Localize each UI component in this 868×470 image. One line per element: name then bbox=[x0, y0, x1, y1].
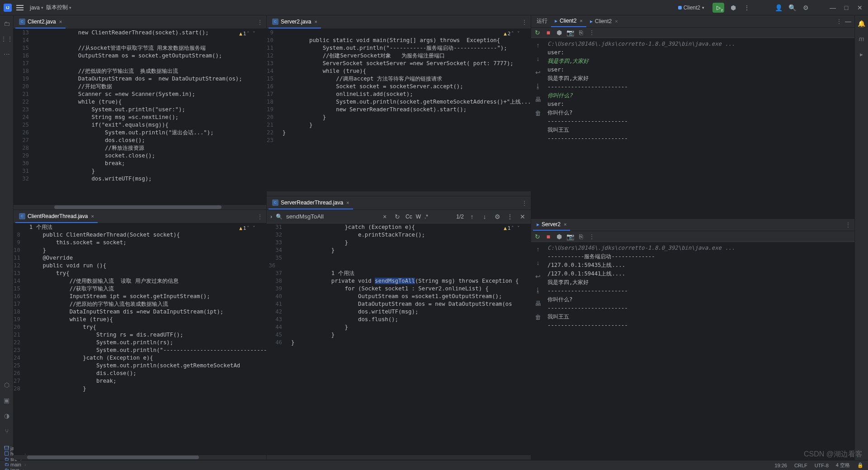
run-config-selector[interactable]: Client2▾ bbox=[675, 4, 708, 12]
editor-client2[interactable]: 13 14 15 16 17 18 19 20 21 22 23 24 25 2… bbox=[14, 29, 266, 205]
run-more-icon[interactable]: ⋮ bbox=[587, 233, 596, 240]
maven-icon[interactable]: m bbox=[857, 34, 866, 43]
hamburger-menu[interactable] bbox=[16, 5, 24, 10]
structure-tool-icon[interactable]: ⋮⋮ bbox=[2, 34, 11, 43]
titlebar: IJ java 版本控制 Client2▾ ▷2 ⬢ ⋮ 👤 🔍 ⚙ — □ ✕ bbox=[0, 0, 868, 15]
find-input[interactable] bbox=[286, 213, 377, 220]
services-icon[interactable]: ⬡ bbox=[2, 380, 11, 389]
editor-server2[interactable]: 9 10 11 12 13 14 15 16 17 18 19 20 21 22… bbox=[267, 29, 531, 191]
search-icon: 🔍 bbox=[276, 214, 283, 220]
run-more-icon[interactable]: ⋮ bbox=[587, 29, 596, 36]
left-toolbar: 🗀 ⋮⋮ ⋯ ⬡ ▣ ◑ ⑂ ▭ bbox=[0, 15, 14, 460]
line-separator[interactable]: CRLF bbox=[794, 463, 807, 468]
rerun-icon[interactable]: ↻ bbox=[533, 232, 542, 241]
settings-icon[interactable]: ⚙ bbox=[801, 3, 810, 12]
close-tab-icon[interactable]: × bbox=[91, 214, 94, 219]
tab-server2[interactable]: CServer2.java× bbox=[269, 15, 321, 28]
rerun-icon[interactable]: ↻ bbox=[533, 28, 542, 37]
find-close-icon[interactable]: ✕ bbox=[518, 212, 527, 221]
find-toggle-word[interactable]: W bbox=[416, 214, 421, 220]
problems-icon[interactable]: ◑ bbox=[2, 411, 11, 420]
stop-icon[interactable]: ■ bbox=[544, 232, 553, 241]
run-console-1[interactable]: C:\Users\20146\.jdks\corretto-1.8.0_392\… bbox=[545, 38, 854, 218]
indent-status[interactable]: 4 空格 bbox=[836, 462, 850, 469]
find-toggle-regex[interactable]: .* bbox=[425, 214, 428, 220]
close-tab-icon[interactable]: × bbox=[346, 200, 349, 205]
find-bar: › 🔍 × ↻ Cc W .* 1/2 ↑ ↓ ⚙ ⋮ ✕ bbox=[267, 210, 531, 223]
project-tool-icon[interactable]: 🗀 bbox=[2, 19, 11, 28]
tab-serverreader[interactable]: CServerReaderThread.java× bbox=[269, 196, 353, 209]
find-history-icon[interactable]: ↻ bbox=[393, 212, 402, 221]
soft-wrap-icon[interactable]: ↩ bbox=[533, 68, 542, 77]
debug-attach-icon[interactable]: ⬢ bbox=[555, 232, 564, 241]
find-prev-icon[interactable]: ↑ bbox=[467, 212, 476, 221]
find-clear-icon[interactable]: × bbox=[380, 212, 389, 221]
caret-position[interactable]: 19:26 bbox=[774, 463, 787, 468]
down-icon[interactable]: ↓ bbox=[533, 258, 542, 267]
status-bar: 🞎 java🞎 hello🗀 src🗀 main🗀 javaⒸ ClientRe… bbox=[0, 460, 868, 470]
run-tab-2[interactable]: ▸Client2× bbox=[586, 15, 622, 27]
dump-icon[interactable]: 📷 bbox=[566, 232, 575, 241]
vcs-menu[interactable]: 版本控制 bbox=[46, 4, 71, 11]
breadcrumb-item[interactable]: 🗀 main bbox=[5, 462, 60, 467]
more-tool-icon[interactable]: ⋯ bbox=[2, 50, 11, 59]
scroll-end-icon[interactable]: ⭳ bbox=[533, 285, 542, 294]
window-maximize[interactable]: □ bbox=[842, 3, 851, 12]
breadcrumb-item[interactable]: 🗀 java bbox=[5, 467, 60, 470]
run-menu-icon[interactable]: ⋮ bbox=[835, 18, 844, 24]
find-expand-icon[interactable]: › bbox=[270, 214, 272, 220]
file-encoding[interactable]: UTF-8 bbox=[815, 463, 829, 468]
terminal-icon[interactable]: ▣ bbox=[2, 396, 11, 405]
editor-menu-icon[interactable]: ⋮ bbox=[255, 19, 264, 25]
tab-client2[interactable]: CClient2.java× bbox=[15, 15, 66, 28]
exit-icon[interactable]: ⎘ bbox=[576, 232, 585, 241]
editor-serverreader[interactable]: 31 32 33 34 35 36 37 38 39 40 41 42 43 4… bbox=[267, 223, 531, 455]
window-close[interactable]: ✕ bbox=[855, 3, 864, 12]
soft-wrap-icon[interactable]: ↩ bbox=[533, 272, 542, 281]
find-filter-icon[interactable]: ⚙ bbox=[493, 212, 502, 221]
find-count: 1/2 bbox=[456, 214, 464, 220]
code-with-me-icon[interactable]: 👤 bbox=[774, 3, 783, 12]
vcs-icon[interactable]: ⑂ bbox=[2, 427, 11, 436]
editor-clientreader[interactable]: 8 9 10 11 12 13 14 15 16 17 18 19 20 21 … bbox=[14, 223, 266, 455]
find-more-icon[interactable]: ⋮ bbox=[505, 212, 514, 221]
stop-icon[interactable]: ■ bbox=[544, 28, 553, 37]
app-logo: IJ bbox=[4, 4, 12, 12]
more-actions[interactable]: ⋮ bbox=[742, 3, 751, 12]
gradle-icon[interactable]: ▸ bbox=[857, 50, 866, 59]
editor-menu-icon[interactable]: ⋮ bbox=[255, 214, 264, 220]
clear-icon[interactable]: 🗑 bbox=[533, 313, 542, 322]
find-toggle-case[interactable]: Cc bbox=[406, 214, 412, 220]
right-toolbar: 🔔 m ▸ bbox=[854, 15, 868, 460]
run-tab-1[interactable]: ▸Client2× bbox=[551, 15, 586, 27]
tab-clientreader[interactable]: CClientReaderThread.java× bbox=[15, 210, 98, 223]
exit-icon[interactable]: ⎘ bbox=[576, 28, 585, 37]
debug-attach-icon[interactable]: ⬢ bbox=[555, 28, 564, 37]
dump-icon[interactable]: 📷 bbox=[566, 28, 575, 37]
print-icon[interactable]: 🖶 bbox=[533, 299, 542, 308]
down-icon[interactable]: ↓ bbox=[533, 54, 542, 63]
close-tab-icon[interactable]: × bbox=[59, 19, 62, 24]
debug-button[interactable]: ⬢ bbox=[729, 3, 738, 12]
search-icon[interactable]: 🔍 bbox=[788, 3, 797, 12]
run-minimize-icon[interactable]: — bbox=[844, 17, 853, 26]
up-icon[interactable]: ↑ bbox=[533, 41, 542, 50]
run-tool-label: 运行 bbox=[533, 17, 551, 25]
run-console-2[interactable]: C:\Users\20146\.jdks\corretto-1.8.0_392\… bbox=[545, 242, 854, 460]
editor-menu-icon[interactable]: ⋮ bbox=[520, 19, 529, 25]
window-minimize[interactable]: — bbox=[828, 3, 837, 12]
run-button[interactable]: ▷2 bbox=[712, 3, 724, 13]
close-tab-icon[interactable]: × bbox=[314, 19, 317, 24]
notifications-icon[interactable]: 🔔 bbox=[857, 19, 866, 28]
scroll-end-icon[interactable]: ⭳ bbox=[533, 81, 542, 90]
editor-menu-icon[interactable]: ⋮ bbox=[520, 200, 529, 206]
up-icon[interactable]: ↑ bbox=[533, 245, 542, 254]
print-icon[interactable]: 🖶 bbox=[533, 95, 542, 104]
project-menu[interactable]: java bbox=[30, 4, 43, 11]
readonly-lock-icon[interactable]: 🔒 bbox=[857, 462, 863, 468]
find-next-icon[interactable]: ↓ bbox=[480, 212, 489, 221]
clear-icon[interactable]: 🗑 bbox=[533, 109, 542, 118]
run-tab-server[interactable]: ▸Server2× bbox=[533, 219, 570, 231]
